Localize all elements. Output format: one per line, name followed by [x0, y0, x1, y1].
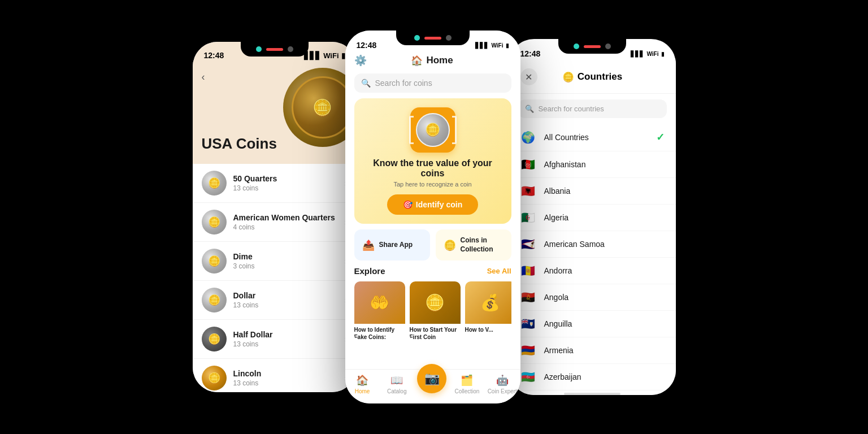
coin-name-dime: Dime	[233, 252, 345, 261]
status-icons-2: ▋▋▋ WiFi ▮	[475, 42, 509, 49]
hero-card: 🪙 Know the true value of your coins Tap …	[354, 98, 511, 224]
coin-info-american-women: American Women Quarters 4 coins	[233, 213, 345, 231]
explore-card-1[interactable]: 🤲 How to Identify Fake Coins:	[354, 281, 405, 341]
country-item-armenia[interactable]: 🇦🇲 Armenia	[509, 337, 676, 364]
back-button[interactable]: ‹	[202, 71, 205, 83]
coin-count-american-women: 4 coins	[233, 223, 345, 231]
gear-icon[interactable]: ⚙️	[354, 54, 367, 67]
flag-azerbaijan: 🇦🇿	[520, 371, 536, 383]
coin-info-quarters: 50 Quarters 13 coins	[233, 174, 345, 192]
phones-container: 12:48 ▋▋▋ WiFi ▮ ‹ 🪙 USA Coins 🪙	[0, 0, 868, 434]
nav-home-icon: 🏠	[356, 374, 368, 387]
country-name-afghanistan: Afghanistan	[544, 160, 665, 169]
phone-countries: 12:48 ▋▋▋ WiFi ▮ ✕ 🪙 Countries	[509, 39, 676, 395]
country-item-all[interactable]: 🌍 All Countries ✓	[509, 124, 676, 151]
coin-avatar-lincoln: 🪙	[202, 366, 227, 390]
coin-item-50-quarters[interactable]: 🪙 50 Quarters 13 coins ›	[193, 164, 357, 203]
status-icons-3: ▋▋▋ WiFi ▮	[631, 51, 664, 57]
country-name-american-samoa: American Samoa	[544, 240, 665, 249]
explore-section: Explore See All 🤲 How to Identify Fake C…	[345, 266, 520, 341]
coin-item-lincoln[interactable]: 🪙 Lincoln 13 coins ›	[193, 359, 357, 392]
scroll-indicator	[564, 393, 620, 395]
coin-item-dime[interactable]: 🪙 Dime 3 coins ›	[193, 242, 357, 281]
flag-afghanistan: 🇦🇫	[520, 159, 536, 170]
nav-expert-label: Coin Expert	[488, 388, 517, 394]
country-name-angola: Angola	[544, 293, 665, 302]
nav-collection[interactable]: 🗂️ Collection	[453, 374, 481, 394]
country-name-andorra: Andorra	[544, 266, 665, 275]
coin-info-dime: Dime 3 coins	[233, 252, 345, 270]
country-item-anguilla[interactable]: 🇦🇮 Anguilla	[509, 311, 676, 337]
notch-3	[558, 39, 626, 54]
country-name-all: All Countries	[544, 133, 656, 142]
time-3: 12:48	[520, 49, 541, 58]
coin-avatar-american-women: 🪙	[202, 210, 227, 235]
coin-list: 🪙 50 Quarters 13 coins › 🪙 American Wome…	[193, 164, 357, 392]
coin-name-dollar: Dollar	[233, 291, 345, 300]
coin-avatar-dime: 🪙	[202, 249, 227, 274]
country-list: 🌍 All Countries ✓ 🇦🇫 Afghanistan 🇦🇱 Alba…	[509, 124, 676, 390]
camera-icon: 📷	[424, 371, 440, 386]
country-item-algeria[interactable]: 🇩🇿 Algeria	[509, 205, 676, 231]
coin-item-half-dollar[interactable]: 🪙 Half Dollar 13 coins ›	[193, 320, 357, 359]
signal-icon-1: ▋▋▋	[304, 51, 321, 60]
battery-icon-1: ▮	[341, 51, 345, 60]
nav-camera-button[interactable]: 📷	[417, 364, 446, 393]
countries-search-placeholder: Search for countries	[539, 105, 604, 113]
phone-usa-coins: 12:48 ▋▋▋ WiFi ▮ ‹ 🪙 USA Coins 🪙	[193, 42, 357, 392]
country-item-american-samoa[interactable]: 🇦🇸 American Samoa	[509, 231, 676, 258]
coin-avatar-half-dollar: 🪙	[202, 327, 227, 351]
country-item-afghanistan[interactable]: 🇦🇫 Afghanistan	[509, 151, 676, 178]
notch-dot-gray	[288, 46, 293, 52]
modal-close-button[interactable]: ✕	[520, 68, 537, 85]
wifi-icon-3: WiFi	[646, 51, 658, 57]
notch-dot-gray-3	[605, 44, 611, 49]
coin-info-lincoln: Lincoln 13 coins	[233, 369, 345, 387]
countries-icon: 🪙	[562, 71, 574, 83]
coin-name-half-dollar: Half Dollar	[233, 330, 345, 339]
wifi-icon-1: WiFi	[323, 51, 338, 60]
country-item-angola[interactable]: 🇦🇴 Angola	[509, 284, 676, 311]
home-header: ⚙️ 🏠 Home	[345, 52, 520, 71]
notch-dot-teal-3	[574, 44, 579, 49]
nav-coin-expert[interactable]: 🤖 Coin Expert	[488, 374, 517, 394]
countries-search[interactable]: 🔍 Search for countries	[518, 99, 667, 118]
country-name-anguilla: Anguilla	[544, 319, 665, 328]
usa-coins-title: USA Coins	[202, 135, 277, 153]
coins-collection-card[interactable]: 🪙 Coins in Collection	[436, 229, 511, 261]
explore-card-2[interactable]: 🪙 How to Start Your First Coin	[410, 281, 461, 341]
share-app-card[interactable]: 📤 Share App	[354, 229, 430, 261]
country-item-albania[interactable]: 🇦🇱 Albania	[509, 178, 676, 205]
nav-collection-icon: 🗂️	[461, 374, 473, 387]
hero-subtitle: Tap here to recognize a coin	[393, 181, 471, 188]
identify-coin-button[interactable]: 🎯 Identify coin	[387, 194, 478, 215]
flag-algeria: 🇩🇿	[520, 212, 536, 223]
home-title: 🏠 Home	[411, 55, 453, 67]
see-all-button[interactable]: See All	[487, 267, 511, 275]
coin-info-half-dollar: Half Dollar 13 coins	[233, 330, 345, 348]
explore-card-label-2: How to Start Your First Coin	[410, 326, 461, 341]
coin-item-dollar[interactable]: 🪙 Dollar 13 coins ›	[193, 281, 357, 320]
coin-count-lincoln: 13 coins	[233, 379, 345, 387]
coin-item-american-women[interactable]: 🪙 American Women Quarters 4 coins ›	[193, 203, 357, 242]
search-icon: 🔍	[361, 79, 371, 88]
phone2-frame: 12:48 ▋▋▋ WiFi ▮ ⚙️ 🏠 Home 🔍 Search f	[345, 31, 520, 403]
explore-header: Explore See All	[354, 266, 511, 276]
search-bar[interactable]: 🔍 Search for coins	[354, 73, 511, 93]
notch-2	[396, 31, 470, 45]
explore-card-label-1: How to Identify Fake Coins:	[354, 326, 405, 341]
countries-search-icon: 🔍	[525, 105, 534, 113]
notch-dot-teal-2	[414, 35, 420, 41]
bottom-indicator	[509, 390, 676, 395]
nav-home[interactable]: 🏠 Home	[348, 374, 376, 394]
flag-andorra: 🇦🇩	[520, 265, 536, 276]
country-item-azerbaijan[interactable]: 🇦🇿 Azerbaijan	[509, 364, 676, 390]
notch-dot-red	[266, 48, 283, 51]
country-item-andorra[interactable]: 🇦🇩 Andorra	[509, 258, 676, 284]
flag-armenia: 🇦🇲	[520, 345, 536, 356]
coin-avatar-quarters: 🪙	[202, 171, 227, 196]
identify-label: Identify coin	[416, 200, 462, 209]
notch-1	[241, 42, 309, 57]
nav-catalog[interactable]: 📖 Catalog	[383, 374, 411, 394]
explore-card-3[interactable]: 💰 How to V...	[465, 281, 511, 341]
